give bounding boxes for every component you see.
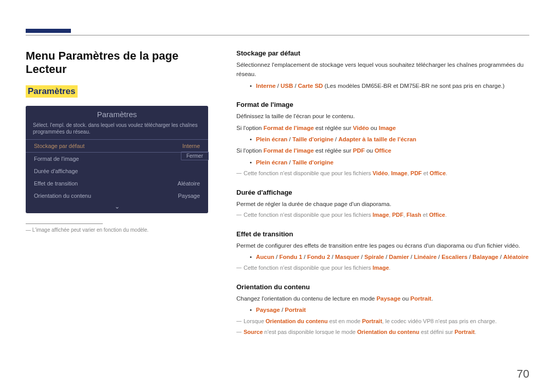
t: Portrait [411,295,432,302]
t: ou [369,125,379,131]
header-rule [26,35,529,35]
t: , le codec vidéo VP8 n'est pas pris en c… [382,318,497,324]
t: Office [429,212,445,218]
t: PDF [411,170,422,176]
t: Si l'option [236,147,264,154]
list-item: Plein écran / Taille d'origine / Adapter… [250,135,529,144]
opt: Carte SD [298,83,323,89]
settings-screenshot: Paramètres Sélect. l'empl. de stock. dan… [26,106,208,213]
t: est réglée sur [314,147,353,154]
left-column: Menu Paramètres de la page Lecteur Param… [26,49,231,339]
row-label: Orientation du contenu [34,193,91,199]
t: n'est pas disponible lorsque le mode [263,329,357,335]
row-value: Interne [182,143,200,149]
row-label: Stockage par défaut [34,143,84,149]
opt: Plein écran [256,136,287,142]
p: Permet de configurer des effets de trans… [236,241,529,250]
t: Cette fonction n'est disponible que pour… [244,170,373,176]
t: Portrait [455,329,475,335]
t: Format de l'image [264,147,314,154]
p: Permet de régler la durée de chaque page… [236,199,529,209]
opts-effet: Aucun / Fondu 1 / Fondu 2 / Masquer / Sp… [236,252,529,262]
footnote-text: L'image affichée peut varier en fonction… [32,227,149,233]
row-label: Durée d'affichage [34,168,78,174]
t: et [422,170,430,176]
row-effet: Effet de transition Aléatoire [26,177,208,190]
t: Image [391,170,408,176]
t: Source [244,329,263,335]
opts-orientation: Paysage / Portrait [236,305,529,314]
t: Orientation du contenu [266,318,328,324]
list-item: Aucun / Fondu 1 / Fondu 2 / Masquer / Sp… [250,252,529,262]
header-accent [26,29,71,33]
note: Cette fonction n'est disponible que pour… [236,264,529,273]
opts-format-2: Plein écran / Taille d'origine [236,158,529,167]
t: et [421,212,429,218]
t: est en mode [328,318,362,324]
t: Changez l'orientation du contenu de lect… [236,295,377,302]
chevron-down-icon: ⌄ [26,202,208,213]
t: Image [373,212,389,218]
t: Vidéo [353,125,369,131]
section-title-highlight: Paramètres [26,85,78,98]
opts-stockage: Interne / USB / Carte SD (Les modèles DM… [236,81,529,90]
opt: Portrait [285,307,306,313]
t: est réglée sur [314,125,353,131]
t: Format de l'image [264,125,314,131]
opt: Taille d'origine [292,136,334,142]
opt: Interne [256,83,275,89]
h-effet: Effet de transition [236,230,529,238]
screenshot-title: Paramètres [26,106,208,119]
note: Cette fonction n'est disponible que pour… [236,211,529,220]
row-stockage: Stockage par défaut Interne [26,139,208,153]
t: Si l'option [236,125,264,131]
t: Paysage [377,295,401,302]
row-duree: Durée d'affichage [26,165,208,177]
p: Sélectionnez l'emplacement de stockage v… [236,60,529,79]
opt-note: (Les modèles DM65E-BR et DM75E-BR ne son… [323,83,504,89]
t: Portrait [362,318,382,324]
close-button: Fermer [181,152,209,160]
opts-format-1: Plein écran / Taille d'origine / Adapter… [236,135,529,144]
t: Flash [406,212,421,218]
screenshot-desc: Sélect. l'empl. de stock. dans lequel vo… [26,119,208,139]
t: Vidéo [373,170,388,176]
p: Changez l'orientation du contenu de lect… [236,294,529,303]
t: Lorsque [244,318,266,324]
opt: Adapter à la taille de l'écran [338,136,416,142]
opt: Paysage [256,307,280,313]
t: ou [400,295,410,302]
list-item: Plein écran / Taille d'origine [250,158,529,167]
p: Si l'option Format de l'image est réglée… [236,146,529,155]
h-duree: Durée d'affichage [236,189,529,196]
t: Orientation du contenu [357,329,419,335]
footnote: ― L'image affichée peut varier en foncti… [26,227,216,233]
row-orientation: Orientation du contenu Paysage [26,190,208,202]
t: PDF [353,147,365,154]
opt: Taille d'origine [292,159,334,165]
t: Office [430,170,446,176]
t: ou [365,147,375,154]
t: est défini sur [419,329,454,335]
page-number: 70 [517,367,529,381]
h-stockage: Stockage par défaut [236,49,529,57]
t: Image [373,265,389,271]
opt: Plein écran [256,159,287,165]
h-orientation: Orientation du contenu [236,283,529,291]
t: PDF [392,212,403,218]
opt: USB [281,83,293,89]
row-label: Format de l'image [34,156,79,162]
h-format: Format de l'image [236,101,529,108]
note: Source n'est pas disponible lorsque le m… [236,328,529,337]
row-label: Effet de transition [34,180,78,186]
t: Image [379,125,396,131]
p: Définissez la taille de l'écran pour le … [236,111,529,121]
list-item: Interne / USB / Carte SD (Les modèles DM… [250,81,529,90]
note: Lorsque Orientation du contenu est en mo… [236,317,529,326]
row-value: Aléatoire [178,180,200,186]
right-column: Stockage par défaut Sélectionnez l'empla… [231,49,529,339]
page-title: Menu Paramètres de la page Lecteur [26,49,216,76]
note: Cette fonction n'est disponible que pour… [236,169,529,178]
list-item: Paysage / Portrait [250,305,529,314]
row-value: Paysage [178,193,200,199]
